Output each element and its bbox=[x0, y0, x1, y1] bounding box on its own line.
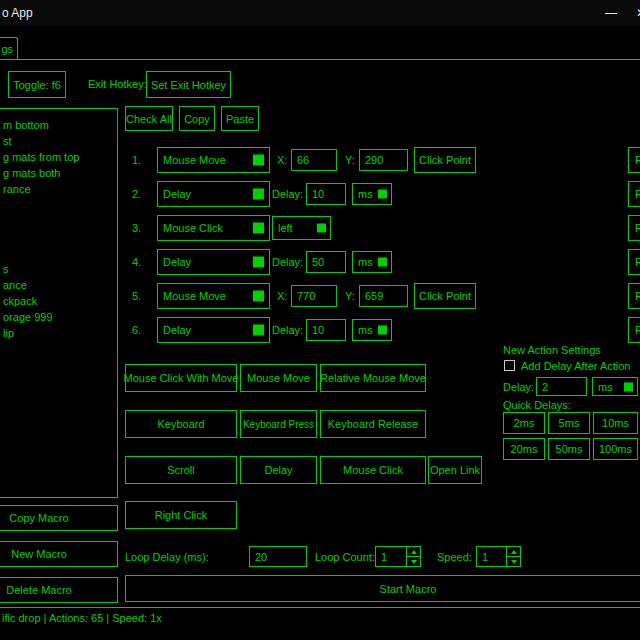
add-scroll-button[interactable]: Scroll bbox=[125, 456, 237, 484]
macro-list-item[interactable]: orage 999 bbox=[0, 309, 117, 325]
dropdown-indicator-icon bbox=[378, 190, 387, 199]
action-type-dropdown[interactable]: Mouse Move bbox=[157, 147, 270, 173]
spinner-down-icon[interactable] bbox=[407, 557, 420, 566]
speed-spinner[interactable]: 1 bbox=[476, 546, 521, 567]
delay-input[interactable]: 10 bbox=[306, 319, 346, 341]
set-exit-hotkey-button[interactable]: Set Exit Hotkey bbox=[146, 71, 231, 98]
delay-unit-dropdown[interactable]: ms bbox=[352, 319, 392, 341]
click-point-button[interactable]: Click Point bbox=[414, 147, 476, 173]
add-mouse-click-button[interactable]: Mouse Click bbox=[320, 456, 426, 484]
action-type-dropdown[interactable]: Mouse Click bbox=[157, 215, 270, 241]
macro-list-item[interactable] bbox=[0, 245, 117, 261]
delay-input[interactable]: 10 bbox=[306, 183, 346, 205]
delay-unit-value: ms bbox=[358, 256, 373, 268]
y-input[interactable]: 659 bbox=[359, 285, 408, 307]
add-mouse-click-with-move-button[interactable]: Mouse Click With Move bbox=[125, 364, 237, 392]
delay-label: Delay: bbox=[272, 188, 303, 200]
dropdown-indicator-icon bbox=[378, 326, 387, 335]
macro-list-item[interactable]: m bottom bbox=[0, 117, 117, 133]
quick-delay-10ms-button[interactable]: 10ms bbox=[593, 412, 638, 434]
action-type-dropdown[interactable]: Delay bbox=[157, 181, 270, 207]
spinner-up-icon[interactable] bbox=[407, 547, 420, 557]
action-type-dropdown[interactable]: Delay bbox=[157, 249, 270, 275]
spinner-arrows bbox=[506, 547, 520, 566]
tabbar-divider bbox=[0, 59, 640, 60]
tab-settings[interactable]: gs bbox=[0, 37, 18, 60]
remove-action-button[interactable]: R bbox=[628, 317, 640, 343]
spinner-arrows bbox=[406, 547, 420, 566]
remove-action-button[interactable]: R bbox=[628, 215, 640, 241]
titlebar: o App — ✕ bbox=[0, 0, 640, 26]
loop-count-value: 1 bbox=[381, 551, 387, 563]
x-input[interactable]: 66 bbox=[291, 149, 337, 171]
add-delay-checkbox[interactable] bbox=[504, 360, 515, 371]
add-keyboard-button[interactable]: Keyboard bbox=[125, 410, 237, 438]
macro-list-item[interactable]: rance bbox=[0, 181, 117, 197]
remove-action-button[interactable]: R bbox=[628, 283, 640, 309]
loop-delay-label: Loop Delay (ms): bbox=[125, 551, 209, 563]
remove-action-button[interactable]: R bbox=[628, 147, 640, 173]
statusbar-text: ific drop | Actions: 65 | Speed: 1x bbox=[2, 612, 162, 624]
x-input[interactable]: 770 bbox=[291, 285, 337, 307]
click-point-button[interactable]: Click Point bbox=[414, 283, 476, 309]
x-label: X: bbox=[277, 290, 287, 302]
macro-list-item[interactable]: ckpack bbox=[0, 293, 117, 309]
close-button[interactable]: ✕ bbox=[626, 0, 640, 26]
add-mouse-move-button[interactable]: Mouse Move bbox=[240, 364, 317, 392]
macro-list-item[interactable]: g mats from top bbox=[0, 149, 117, 165]
action-type-value: Delay bbox=[163, 188, 191, 200]
macro-list-item[interactable] bbox=[0, 213, 117, 229]
mouse-button-dropdown[interactable]: left bbox=[272, 216, 331, 240]
action-type-dropdown[interactable]: Delay bbox=[157, 317, 270, 343]
action-type-dropdown[interactable]: Mouse Move bbox=[157, 283, 270, 309]
new-macro-button[interactable]: New Macro bbox=[0, 541, 118, 567]
loop-count-spinner[interactable]: 1 bbox=[375, 546, 421, 567]
add-open-link-button[interactable]: Open Link bbox=[428, 456, 482, 484]
add-relative-mouse-move-button[interactable]: Relative Mouse Move bbox=[320, 364, 426, 392]
loop-delay-input[interactable]: 20 bbox=[249, 546, 307, 567]
delay-unit-value: ms bbox=[598, 381, 613, 393]
add-keyboard-release-button[interactable]: Keyboard Release bbox=[320, 410, 426, 438]
add-keyboard-press-button[interactable]: Keyboard Press bbox=[240, 410, 317, 438]
toggle-hotkey-button[interactable]: Toggle: f6 bbox=[8, 71, 66, 98]
action-type-value: Mouse Click bbox=[163, 222, 223, 234]
macro-list-item[interactable]: lip bbox=[0, 325, 117, 341]
add-right-click-button[interactable]: Right Click bbox=[125, 501, 237, 529]
remove-action-button[interactable]: R bbox=[628, 249, 640, 275]
spinner-down-icon[interactable] bbox=[507, 557, 520, 566]
action-row-number: 2. bbox=[132, 188, 141, 200]
check-all-button[interactable]: Check All bbox=[125, 106, 173, 131]
new-action-delay-input[interactable]: 2 bbox=[536, 377, 587, 396]
start-macro-button[interactable]: Start Macro bbox=[125, 575, 640, 602]
delay-unit-dropdown[interactable]: ms bbox=[352, 183, 392, 205]
macro-list-item[interactable] bbox=[0, 229, 117, 245]
paste-actions-button[interactable]: Paste bbox=[221, 106, 259, 131]
action-type-value: Delay bbox=[163, 324, 191, 336]
quick-delay-5ms-button[interactable]: 5ms bbox=[548, 412, 590, 434]
minimize-button[interactable]: — bbox=[596, 0, 626, 26]
delay-unit-dropdown[interactable]: ms bbox=[352, 251, 392, 273]
macro-list-item[interactable]: g mats both bbox=[0, 165, 117, 181]
y-input[interactable]: 290 bbox=[359, 149, 408, 171]
macro-list-item[interactable]: ance bbox=[0, 277, 117, 293]
action-row-number: 4. bbox=[132, 256, 141, 268]
remove-action-button[interactable]: R bbox=[628, 181, 640, 207]
quick-delay-2ms-button[interactable]: 2ms bbox=[503, 412, 545, 434]
macro-list-item[interactable] bbox=[0, 197, 117, 213]
dropdown-indicator-icon bbox=[253, 223, 264, 234]
quick-delay-20ms-button[interactable]: 20ms bbox=[503, 438, 545, 460]
dropdown-indicator-icon bbox=[253, 257, 264, 268]
copy-actions-button[interactable]: Copy bbox=[179, 106, 215, 131]
new-action-delay-unit-dropdown[interactable]: ms bbox=[592, 377, 638, 396]
macro-list-item[interactable]: st bbox=[0, 133, 117, 149]
quick-delay-100ms-button[interactable]: 100ms bbox=[593, 438, 638, 460]
delay-input[interactable]: 50 bbox=[306, 251, 346, 273]
macro-list-item[interactable]: s bbox=[0, 261, 117, 277]
action-row-number: 1. bbox=[132, 154, 141, 166]
quick-delay-50ms-button[interactable]: 50ms bbox=[548, 438, 590, 460]
copy-macro-button[interactable]: Copy Macro bbox=[0, 505, 118, 531]
spinner-up-icon[interactable] bbox=[507, 547, 520, 557]
add-delay-button[interactable]: Delay bbox=[240, 456, 317, 484]
action-type-value: Delay bbox=[163, 256, 191, 268]
delete-macro-button[interactable]: Delete Macro bbox=[0, 577, 118, 603]
